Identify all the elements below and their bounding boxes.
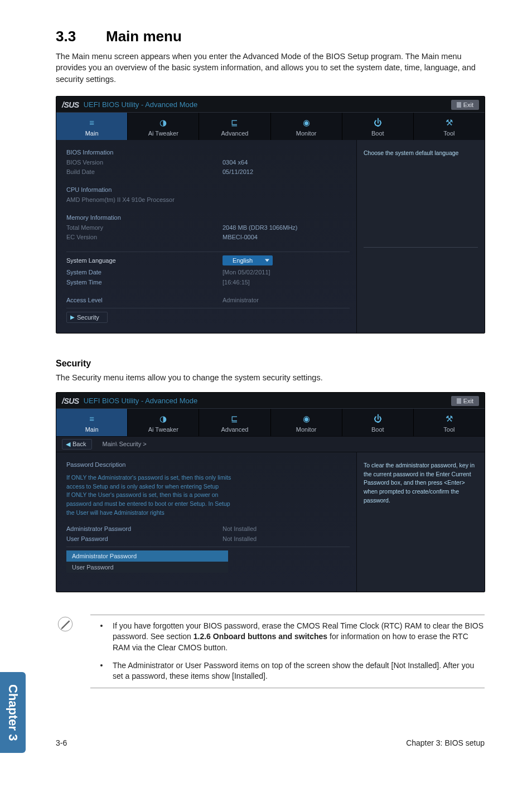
breadcrumb-bar: ◀ Back Main\ Security > xyxy=(56,436,485,452)
section-title-text: Main menu xyxy=(106,28,182,45)
info-row: BIOS Version0304 x64 xyxy=(66,158,350,168)
notes-content: • If you have forgotten your BIOS passwo… xyxy=(90,615,485,688)
bios-title: UEFI BIOS Utility - Advanced Mode xyxy=(84,397,451,405)
bios-header: /SUS UEFI BIOS Utility - Advanced Mode E… xyxy=(56,393,485,409)
bios-help-panel: Choose the system default language xyxy=(356,140,485,333)
help-text: To clear the administrator password, key… xyxy=(364,461,478,505)
info-row: EC VersionMBECI-0004 xyxy=(66,233,350,243)
list-icon: ≡ xyxy=(56,413,127,424)
cpu-info-group: CPU Information AMD Phenom(tm) II X4 910… xyxy=(66,186,350,205)
tab-monitor[interactable]: ◉Monitor xyxy=(271,409,342,436)
tool-icon: ⚒ xyxy=(414,117,485,128)
page-number: 3-6 xyxy=(56,738,67,747)
note-item: • The Administrator or User Password ite… xyxy=(90,660,485,682)
tab-boot[interactable]: ⏻Boot xyxy=(342,113,414,140)
asus-logo: /SUS xyxy=(62,397,79,405)
memory-info-title: Memory Information xyxy=(66,214,350,221)
info-row: Build Date05/11/2012 xyxy=(66,167,350,177)
pen-icon xyxy=(56,615,75,636)
note-text: The Administrator or User Password items… xyxy=(113,660,485,682)
bios-info-title: BIOS Information xyxy=(66,149,350,156)
access-level-field: Access Level Administrator xyxy=(66,297,350,303)
divider xyxy=(66,547,350,547)
password-description-text: If ONLY the Administrator's password is … xyxy=(66,474,234,518)
bios-tabs: ≡Main ◑Ai Tweaker ⊑Advanced ◉Monitor ⏻Bo… xyxy=(56,409,485,436)
user-password-field[interactable]: User Password xyxy=(66,562,228,573)
divider xyxy=(364,247,478,248)
admin-password-status: Administrator Password Not Installed xyxy=(66,525,350,532)
bios-title: UEFI BIOS Utility - Advanced Mode xyxy=(84,100,451,109)
advanced-icon: ⊑ xyxy=(199,117,270,128)
bios-help-panel: To clear the administrator password, key… xyxy=(356,452,485,592)
divider xyxy=(66,252,350,252)
tool-icon: ⚒ xyxy=(414,413,485,424)
list-icon: ≡ xyxy=(56,117,127,128)
info-row: Total Memory2048 MB (DDR3 1066MHz) xyxy=(66,223,350,233)
page-footer: 3-6 Chapter 3: BIOS setup xyxy=(56,738,485,747)
language-select[interactable]: English xyxy=(223,255,273,265)
exit-button[interactable]: Exit xyxy=(451,396,479,406)
security-heading: Security xyxy=(56,359,485,369)
bios-window-main: /SUS UEFI BIOS Utility - Advanced Mode E… xyxy=(56,96,485,334)
section-number: 3.3 xyxy=(56,28,106,45)
system-language-field[interactable]: System Language English xyxy=(66,255,350,265)
bios-header: /SUS UEFI BIOS Utility - Advanced Mode E… xyxy=(56,96,485,113)
back-button[interactable]: ◀ Back xyxy=(62,439,92,450)
advanced-icon: ⊑ xyxy=(199,413,270,424)
tab-ai-tweaker[interactable]: ◑Ai Tweaker xyxy=(128,409,199,436)
note-item: • If you have forgotten your BIOS passwo… xyxy=(90,621,485,654)
arrow-left-icon: ◀ xyxy=(66,441,70,448)
tab-advanced[interactable]: ⊑Advanced xyxy=(199,113,270,140)
bullet: • xyxy=(90,660,113,682)
info-row: AMD Phenom(tm) II X4 910e Processor xyxy=(66,195,350,205)
cpu-info-title: CPU Information xyxy=(66,186,350,193)
tab-advanced[interactable]: ⊑Advanced xyxy=(199,409,270,436)
user-password-status: User Password Not Installed xyxy=(66,535,350,542)
tab-ai-tweaker[interactable]: ◑Ai Tweaker xyxy=(128,113,199,140)
help-text: Choose the system default language xyxy=(364,149,478,158)
security-submenu-button[interactable]: ▶ Security xyxy=(66,312,108,323)
section-heading: 3.3Main menu xyxy=(56,28,485,45)
intro-paragraph: The Main menu screen appears when you en… xyxy=(56,51,485,85)
tab-monitor[interactable]: ◉Monitor xyxy=(271,113,342,140)
bios-main-panel: BIOS Information BIOS Version0304 x64 Bu… xyxy=(56,140,356,333)
system-time-field[interactable]: System Time [16:46:15] xyxy=(66,279,350,286)
system-date-field[interactable]: System Date [Mon 05/02/2011] xyxy=(66,269,350,276)
admin-password-field[interactable]: Administrator Password xyxy=(66,550,228,562)
tab-tool[interactable]: ⚒Tool xyxy=(414,409,485,436)
memory-info-group: Memory Information Total Memory2048 MB (… xyxy=(66,214,350,243)
bios-security-panel: Password Description If ONLY the Adminis… xyxy=(56,452,356,592)
tab-boot[interactable]: ⏻Boot xyxy=(342,409,414,436)
power-icon: ⏻ xyxy=(342,413,413,424)
tab-main[interactable]: ≡Main xyxy=(56,113,128,140)
bios-tabs: ≡Main ◑Ai Tweaker ⊑Advanced ◉Monitor ⏻Bo… xyxy=(56,113,485,140)
monitor-icon: ◉ xyxy=(271,117,342,128)
tweaker-icon: ◑ xyxy=(128,117,199,128)
breadcrumb: Main\ Security > xyxy=(102,441,146,447)
tweaker-icon: ◑ xyxy=(128,413,199,424)
power-icon: ⏻ xyxy=(342,117,413,128)
bullet: • xyxy=(90,621,113,654)
bios-info-group: BIOS Information BIOS Version0304 x64 Bu… xyxy=(66,149,350,177)
footer-title: Chapter 3: BIOS setup xyxy=(406,738,485,747)
monitor-icon: ◉ xyxy=(271,413,342,424)
notes-block: • If you have forgotten your BIOS passwo… xyxy=(56,615,485,688)
exit-button[interactable]: Exit xyxy=(451,100,479,110)
chapter-tab: Chapter 3 xyxy=(0,672,26,753)
bios-window-security: /SUS UEFI BIOS Utility - Advanced Mode E… xyxy=(56,392,485,592)
tab-tool[interactable]: ⚒Tool xyxy=(414,113,485,140)
asus-logo: /SUS xyxy=(62,100,79,109)
note-text: If you have forgotten your BIOS password… xyxy=(113,621,485,654)
divider xyxy=(66,308,350,308)
password-description-title: Password Description xyxy=(66,461,350,468)
tab-main[interactable]: ≡Main xyxy=(56,409,128,436)
chevron-right-icon: ▶ xyxy=(70,314,75,320)
security-text: The Security menu items allow you to cha… xyxy=(56,373,485,382)
